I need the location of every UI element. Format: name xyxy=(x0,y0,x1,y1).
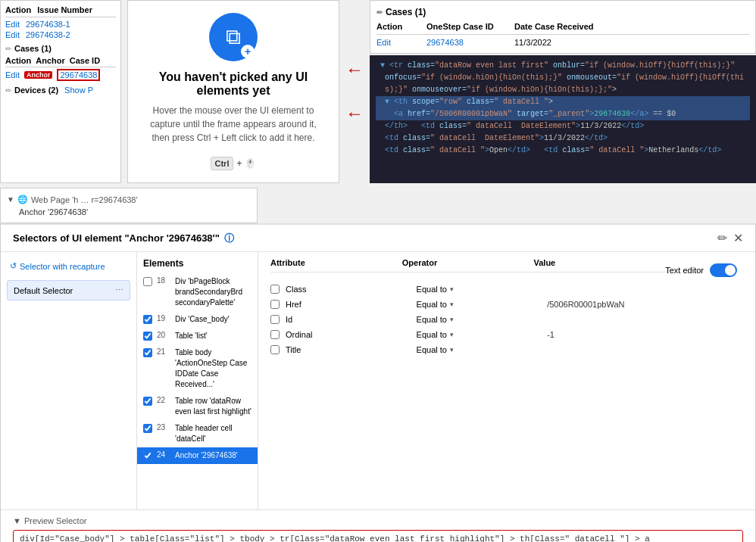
close-button[interactable]: ✕ xyxy=(733,231,743,245)
element-item-23[interactable]: 23 Table header cell 'dataCell' xyxy=(137,420,258,447)
edit-link-1[interactable]: Edit xyxy=(5,20,20,29)
col-onestep-label: OneStep Case ID xyxy=(426,22,502,31)
cases-title: Cases (1) xyxy=(14,44,52,53)
info-icon[interactable]: ⓘ xyxy=(224,232,234,245)
left-issues-panel: Action Issue Number Edit 29674638-1 Edit… xyxy=(0,0,121,183)
cases-right-pencil-icon: ✏ xyxy=(376,8,383,17)
plus-badge-icon: + xyxy=(241,45,255,58)
element-item-22[interactable]: 22 Table row 'dataRow even last first hi… xyxy=(137,393,258,420)
attr-title-chevron-icon[interactable]: ▾ xyxy=(450,346,454,354)
preview-section: ▼ Preview Selector xyxy=(1,509,755,542)
element-22-label: Table row 'dataRow even last first highl… xyxy=(175,396,251,417)
edit-button[interactable]: ✏ xyxy=(717,231,727,245)
col-date-label: Date Case Received xyxy=(514,22,605,31)
code-line-10: <td class=" dataCell ">Netherlands</td> xyxy=(535,146,721,154)
attr-title-operator[interactable]: Equal to ▾ xyxy=(417,345,548,354)
attr-class-operator-text: Equal to xyxy=(417,285,447,294)
elements-header: Elements xyxy=(137,258,258,273)
code-line-3: s);}" onmouseover="if (window.hiOn){hiOn… xyxy=(376,86,617,94)
attr-header-operator: Operator xyxy=(402,258,534,267)
element-23-num: 23 xyxy=(157,423,170,431)
code-line-2: onfocus="if (window.hiOn){hiOn(this);}" … xyxy=(376,73,744,82)
element-18-checkbox[interactable] xyxy=(143,277,152,286)
preview-selector-input[interactable] xyxy=(13,530,743,542)
code-line-6: </th> xyxy=(376,122,408,130)
element-20-checkbox[interactable] xyxy=(143,332,152,341)
three-dots-icon[interactable]: ⋯ xyxy=(115,285,123,295)
element-item-24[interactable]: 24 Anchor '29674638' xyxy=(137,447,258,464)
attr-row-title: Title Equal to ▾ xyxy=(270,345,743,354)
attr-ordinal-operator[interactable]: Equal to ▾ xyxy=(417,330,548,339)
attr-ordinal-name: Ordinal xyxy=(286,330,417,339)
element-24-checkbox[interactable] xyxy=(143,451,152,460)
element-item-20[interactable]: 20 Table 'list' xyxy=(137,328,258,344)
ctrl-key: Ctrl xyxy=(211,157,234,170)
code-line-4: ▼ <th scope="row" class=" dataCell "> xyxy=(376,96,750,108)
attr-id-name: Id xyxy=(286,315,417,324)
cases-right-title: Cases (1) xyxy=(386,7,426,17)
attr-title-name: Title xyxy=(286,345,417,354)
webpage-url: Web Page 'h … r=29674638' xyxy=(31,195,138,204)
dialog-controls: ✏ ✕ xyxy=(717,231,743,245)
element-22-checkbox[interactable] xyxy=(143,397,152,406)
element-24-label: Anchor '29674638' xyxy=(175,450,238,461)
mouse-icon: 🖱️ xyxy=(245,158,256,169)
attr-class-checkbox[interactable] xyxy=(270,285,280,294)
code-line-8: <td class=" dataCell DateElement">11/3/2… xyxy=(376,134,608,142)
element-18-label: Div 'bPageBlock brandSecondaryBrd second… xyxy=(175,276,251,308)
attr-row-ordinal: Ordinal Equal to ▾ -1 xyxy=(270,330,743,339)
element-item-19[interactable]: 19 Div 'Case_body' xyxy=(137,311,258,328)
attr-class-chevron-icon[interactable]: ▾ xyxy=(450,285,454,293)
element-23-checkbox[interactable] xyxy=(143,424,152,433)
picker-title: You haven't picked any UI elements yet xyxy=(140,70,326,98)
attr-title-checkbox[interactable] xyxy=(270,345,280,354)
dialog-title-bar: Selectors of UI element "Anchor '2967463… xyxy=(1,225,755,252)
picker-icon-circle: ⧉ + xyxy=(209,13,258,61)
preview-expand-icon: ▼ xyxy=(13,516,21,525)
element-item-21[interactable]: 21 Table body 'ActionOneStep Case IDDate… xyxy=(137,344,258,393)
attr-class-operator[interactable]: Equal to ▾ xyxy=(417,285,548,294)
attr-href-chevron-icon[interactable]: ▾ xyxy=(450,301,454,308)
dialog-title: Selectors of UI element "Anchor '2967463… xyxy=(13,232,234,245)
recapture-icon: ↺ xyxy=(10,261,17,271)
code-line-7: <td class=" dataCell DateElement">11/3/2… xyxy=(412,122,644,130)
attr-ordinal-chevron-icon[interactable]: ▾ xyxy=(450,331,454,338)
case-id-value[interactable]: 29674638 xyxy=(57,69,100,81)
element-22-num: 22 xyxy=(157,396,170,404)
cases-action-header: Action xyxy=(5,56,31,65)
issue-link-2[interactable]: 29674638-2 xyxy=(26,30,70,39)
selectors-dialog: Selectors of UI element "Anchor '2967463… xyxy=(0,223,756,542)
recapture-label: Selector with recapture xyxy=(20,262,105,271)
default-selector-item[interactable]: Default Selector ⋯ xyxy=(7,280,130,301)
element-19-checkbox[interactable] xyxy=(143,315,152,324)
cases-right-date: 11/3/2022 xyxy=(514,38,605,47)
element-21-checkbox[interactable] xyxy=(143,348,152,357)
text-editor-toggle-row: Text editor xyxy=(665,260,743,277)
attr-id-checkbox[interactable] xyxy=(270,315,280,324)
attributes-panel: Attribute Operator Value Text editor Cla… xyxy=(258,252,755,509)
element-24-num: 24 xyxy=(157,450,170,459)
attr-href-operator[interactable]: Equal to ▾ xyxy=(417,300,548,309)
cases-section-header: ✏ Cases (1) xyxy=(5,44,116,53)
cases-edit-link[interactable]: Edit xyxy=(5,70,20,79)
anchor-badge: Anchor xyxy=(24,71,53,79)
cases-right-case-id[interactable]: 29674638 xyxy=(426,38,464,47)
text-editor-toggle[interactable] xyxy=(710,263,737,277)
recapture-button[interactable]: ↺ Selector with recapture xyxy=(7,258,108,274)
element-item-18[interactable]: 18 Div 'bPageBlock brandSecondaryBrd sec… xyxy=(137,273,258,311)
attr-href-checkbox[interactable] xyxy=(270,300,280,309)
attr-title-operator-text: Equal to xyxy=(417,345,447,354)
issue-link-1[interactable]: 29674638-1 xyxy=(26,20,70,29)
text-editor-label: Text editor xyxy=(665,266,704,275)
attr-ordinal-checkbox[interactable] xyxy=(270,330,280,339)
edit-link-2[interactable]: Edit xyxy=(5,30,20,39)
preview-toggle-header[interactable]: ▼ Preview Selector xyxy=(13,516,743,525)
mid-row: ▼ 🌐 Web Page 'h … r=29674638' Anchor '29… xyxy=(0,183,756,223)
attr-id-chevron-icon[interactable]: ▾ xyxy=(450,316,454,323)
element-20-label: Table 'list' xyxy=(175,331,208,341)
attr-id-operator[interactable]: Equal to ▾ xyxy=(417,315,548,324)
expand-icon[interactable]: ▼ xyxy=(7,195,14,204)
picker-description: Hover the mouse over the UI element to c… xyxy=(140,104,326,145)
devices-show-link[interactable]: Show P xyxy=(64,86,93,95)
cases-right-edit-link[interactable]: Edit xyxy=(376,38,391,47)
